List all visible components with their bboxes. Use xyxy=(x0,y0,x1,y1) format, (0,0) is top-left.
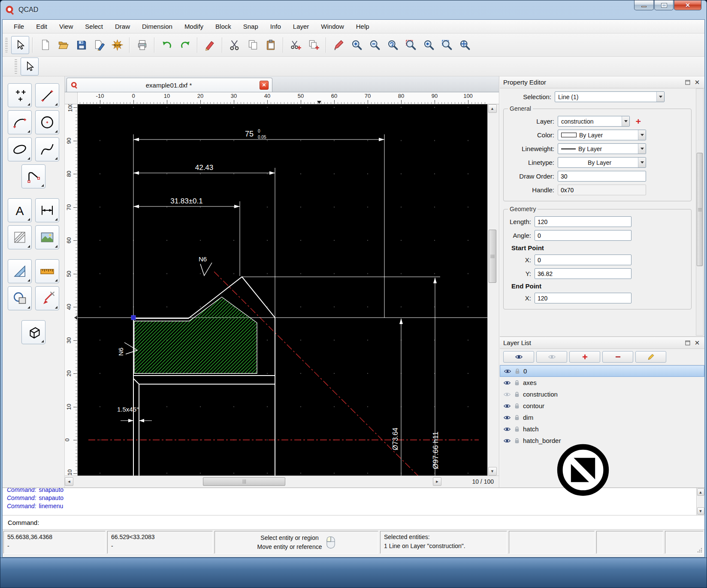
menu-modify[interactable]: Modify xyxy=(178,21,209,32)
cut-with-reference-button[interactable] xyxy=(287,36,305,54)
selection-handle[interactable] xyxy=(131,315,136,320)
ellipse-tools-button[interactable] xyxy=(8,137,32,161)
zoom-selection-button[interactable] xyxy=(438,36,456,54)
maximize-button[interactable] xyxy=(654,0,674,10)
end-x-input[interactable] xyxy=(535,293,631,303)
dimension-tools-button[interactable] xyxy=(35,198,59,222)
layer-row-hatch_border[interactable]: hatch_border xyxy=(500,435,704,446)
linetype-combo[interactable]: By Layer xyxy=(558,157,646,168)
close-button[interactable]: ✕ xyxy=(674,0,701,10)
point-tools-button[interactable] xyxy=(8,83,32,107)
zoom-in-button[interactable] xyxy=(347,36,366,54)
start-x-input[interactable] xyxy=(535,255,631,265)
save-file-as-button[interactable] xyxy=(90,36,108,54)
lineweight-combo[interactable]: By Layer xyxy=(558,143,646,154)
copy-button[interactable] xyxy=(244,36,262,54)
layer-row-axes[interactable]: axes xyxy=(500,377,704,388)
layer-combo[interactable]: construction xyxy=(558,116,630,127)
zoom-out-button[interactable] xyxy=(366,36,384,54)
angle-input[interactable] xyxy=(535,230,631,241)
start-y-input[interactable] xyxy=(535,268,631,279)
color-combo[interactable]: By Layer xyxy=(558,130,646,140)
scroll-up-button[interactable]: ▲ xyxy=(488,104,497,113)
selection-pointer-button[interactable] xyxy=(21,58,39,76)
command-history[interactable]: Command:snapautoCommand:snapautoCommand:… xyxy=(3,488,704,515)
add-layer-button[interactable] xyxy=(569,351,600,363)
menu-file[interactable]: File xyxy=(8,21,30,32)
command-history-scrollbar[interactable]: ▲ ▼ xyxy=(696,488,704,515)
menu-help[interactable]: Help xyxy=(350,21,375,32)
polyline-tools-button[interactable] xyxy=(21,164,45,188)
tab-close-button[interactable]: ✕ xyxy=(260,81,269,90)
ruler-tool-button[interactable] xyxy=(35,259,59,283)
zoom-window-button[interactable] xyxy=(402,36,420,54)
zoom-previous-button[interactable] xyxy=(420,36,438,54)
toolbar-grip[interactable] xyxy=(5,38,8,52)
remove-layer-button[interactable] xyxy=(602,351,633,363)
layer-row-dim[interactable]: dim xyxy=(500,412,704,423)
close-panel-icon[interactable]: ✕ xyxy=(693,339,701,347)
open-file-button[interactable] xyxy=(54,36,72,54)
scroll-down-button[interactable]: ▼ xyxy=(488,467,497,476)
selection-tool-button[interactable] xyxy=(11,36,29,54)
paste-with-reference-button[interactable] xyxy=(305,36,323,54)
circle-tools-button[interactable] xyxy=(35,110,59,134)
zoom-redraw-button[interactable] xyxy=(384,36,402,54)
command-prompt[interactable]: Command: xyxy=(3,515,704,529)
solid-tools-button[interactable] xyxy=(21,320,45,344)
drawing-canvas[interactable]: 75 0 0.05 42.43 31.83±0.1 1.5x45° Ø73.64… xyxy=(78,104,487,476)
layer-row-hatch[interactable]: hatch xyxy=(500,423,704,435)
save-file-button[interactable] xyxy=(72,36,90,54)
scroll-left-button[interactable]: ◄ xyxy=(65,477,73,486)
selection-combo[interactable]: Line (1) xyxy=(555,91,665,102)
menu-edit[interactable]: Edit xyxy=(30,21,53,32)
image-tool-button[interactable] xyxy=(35,225,59,249)
layer-row-contour[interactable]: contour xyxy=(500,400,704,412)
document-tab[interactable]: example01.dxf * ✕ xyxy=(66,78,272,92)
close-panel-icon[interactable]: ✕ xyxy=(693,79,701,86)
horizontal-scroll-track[interactable] xyxy=(74,477,432,486)
menu-layer[interactable]: Layer xyxy=(287,21,315,32)
new-file-button[interactable] xyxy=(36,36,54,54)
draw-order-input[interactable] xyxy=(558,171,646,182)
measure-tools-button[interactable] xyxy=(8,259,32,283)
hatch-tool-button[interactable] xyxy=(8,225,32,249)
zoom-auto-button[interactable] xyxy=(456,36,474,54)
menu-select[interactable]: Select xyxy=(79,21,109,32)
redo-button[interactable] xyxy=(176,36,194,54)
property-editor-scroll-thumb[interactable] xyxy=(697,153,703,266)
menu-view[interactable]: View xyxy=(53,21,79,32)
print-preview-button[interactable] xyxy=(133,36,151,54)
menu-window[interactable]: Window xyxy=(315,21,350,32)
menu-info[interactable]: Info xyxy=(264,21,287,32)
layer-row-construction[interactable]: construction xyxy=(500,388,704,400)
delete-entities-button[interactable] xyxy=(201,36,219,54)
horizontal-scroll-thumb[interactable] xyxy=(203,477,285,486)
undo-button[interactable] xyxy=(158,36,176,54)
menu-snap[interactable]: Snap xyxy=(237,21,264,32)
paste-button[interactable] xyxy=(262,36,280,54)
menu-block[interactable]: Block xyxy=(209,21,237,32)
menu-draw[interactable]: Draw xyxy=(109,21,136,32)
text-tool-button[interactable]: A xyxy=(8,198,32,222)
property-editor-titlebar[interactable]: Property Editor ✕ xyxy=(500,76,704,88)
vertical-scrollbar[interactable]: ▲ ▼ xyxy=(487,104,497,476)
add-layer-button[interactable]: + xyxy=(633,116,644,127)
arc-tools-button[interactable] xyxy=(8,110,32,134)
length-input[interactable] xyxy=(535,216,631,227)
vertical-scroll-track[interactable] xyxy=(488,113,497,467)
vertical-scroll-thumb[interactable] xyxy=(489,230,496,283)
snap-tools-button[interactable] xyxy=(35,286,59,310)
minimize-button[interactable] xyxy=(634,0,654,10)
svg-export-button[interactable]: SVG xyxy=(108,36,126,54)
title-bar[interactable]: QCAD ✕ xyxy=(0,0,707,19)
toolbar-grip[interactable] xyxy=(15,59,17,74)
spline-tools-button[interactable] xyxy=(35,137,59,161)
current-pen-button[interactable] xyxy=(329,36,347,54)
scroll-down-button[interactable]: ▼ xyxy=(697,507,704,515)
menu-dimension[interactable]: Dimension xyxy=(136,21,178,32)
layer-row-0[interactable]: 0 xyxy=(500,365,704,377)
scroll-up-button[interactable]: ▲ xyxy=(697,488,704,496)
layer-list-titlebar[interactable]: Layer List ✕ xyxy=(500,337,704,349)
resize-grip-icon[interactable] xyxy=(697,547,703,553)
